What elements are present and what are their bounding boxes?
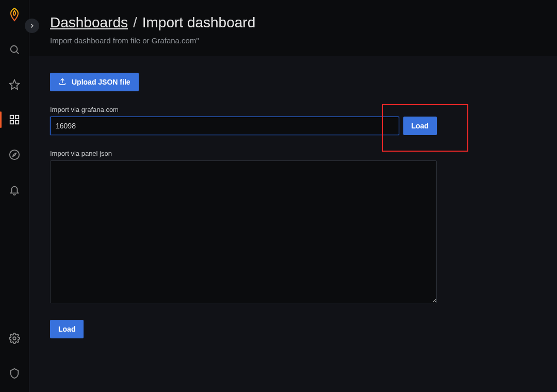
svg-point-9 <box>13 337 16 340</box>
star-icon[interactable] <box>4 74 25 95</box>
svg-point-0 <box>11 46 18 53</box>
sidebar <box>0 0 29 392</box>
breadcrumb-separator: / <box>133 14 137 31</box>
svg-rect-6 <box>15 121 19 124</box>
import-panel: Upload JSON file Import via grafana.com … <box>29 56 557 392</box>
panel-json-textarea[interactable] <box>50 160 437 303</box>
expand-nav-button[interactable] <box>25 19 39 33</box>
upload-json-label: Upload JSON file <box>72 78 130 86</box>
main-content: Dashboards / Import dashboard Import das… <box>29 0 557 392</box>
panel-json-label: Import via panel json <box>50 150 536 157</box>
load-json-button[interactable]: Load <box>50 320 84 338</box>
upload-json-button[interactable]: Upload JSON file <box>50 73 139 91</box>
grafana-logo-icon[interactable] <box>4 4 25 25</box>
admin-shield-icon[interactable] <box>4 363 25 384</box>
grafana-id-label: Import via grafana.com <box>50 106 536 113</box>
svg-point-7 <box>10 150 19 159</box>
svg-rect-3 <box>10 116 13 119</box>
page-header: Dashboards / Import dashboard Import das… <box>29 0 557 56</box>
dashboards-icon[interactable] <box>4 109 25 130</box>
grafana-id-input[interactable] <box>50 117 399 135</box>
load-button-label: Load <box>412 122 429 130</box>
breadcrumb-root[interactable]: Dashboards <box>50 14 128 31</box>
explore-icon[interactable] <box>4 144 25 165</box>
page-subtitle: Import dashboard from file or Grafana.co… <box>50 36 557 45</box>
search-icon[interactable] <box>4 39 25 60</box>
svg-rect-4 <box>15 116 19 119</box>
upload-icon <box>58 77 67 87</box>
svg-marker-8 <box>12 153 16 156</box>
load-json-label: Load <box>58 325 75 333</box>
alerting-icon[interactable] <box>4 179 25 200</box>
breadcrumb-current: Import dashboard <box>142 14 255 31</box>
svg-line-1 <box>17 52 19 54</box>
svg-rect-5 <box>10 121 13 124</box>
breadcrumb: Dashboards / Import dashboard <box>50 14 557 31</box>
load-button[interactable]: Load <box>403 117 437 135</box>
svg-marker-2 <box>10 80 19 89</box>
settings-icon[interactable] <box>4 328 25 349</box>
